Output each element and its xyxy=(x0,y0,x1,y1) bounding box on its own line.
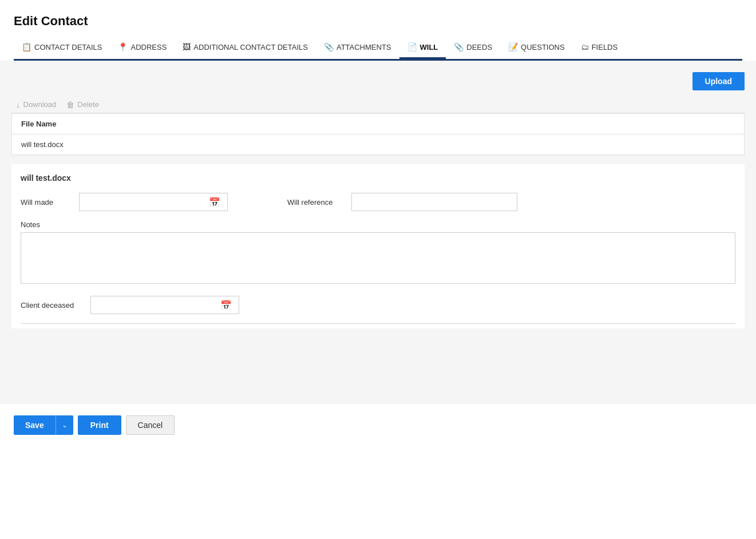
will-made-calendar-icon[interactable]: 📅 xyxy=(209,197,220,208)
download-icon: ↓ xyxy=(16,100,21,109)
section-divider xyxy=(21,323,735,324)
client-deceased-label: Client deceased xyxy=(21,301,84,310)
table-row[interactable]: will test.docx xyxy=(12,134,744,154)
attachments-icon: 📎 xyxy=(324,42,334,51)
tab-fields-label: FIELDS xyxy=(592,43,618,51)
will-made-field: Will made 📅 xyxy=(21,193,228,211)
tab-deeds-label: DEEDS xyxy=(466,43,492,51)
chevron-down-icon: ⌄ xyxy=(62,421,68,429)
download-label: Download xyxy=(23,100,57,109)
address-icon: 📍 xyxy=(118,42,128,51)
client-deceased-date-wrapper[interactable]: 📅 xyxy=(90,296,239,314)
will-reference-field: Will reference xyxy=(287,193,517,211)
client-deceased-input[interactable] xyxy=(94,301,220,310)
will-fields-row: Will made 📅 Will reference xyxy=(21,193,735,211)
fields-icon: 🗂 xyxy=(581,42,589,51)
page-title: Edit Contact xyxy=(14,14,742,29)
notes-section: Notes xyxy=(21,220,735,286)
trash-icon: 🗑 xyxy=(66,100,74,109)
bottom-actions: Save ⌄ Print Cancel xyxy=(0,404,756,446)
tab-will[interactable]: 📄 WILL xyxy=(399,38,446,59)
file-name-column-header: File Name xyxy=(21,120,56,128)
tab-address-label: ADDRESS xyxy=(130,43,167,51)
will-reference-label: Will reference xyxy=(287,198,345,207)
tab-questions-label: QUESTIONS xyxy=(521,43,565,51)
selected-file-name: will test.docx xyxy=(21,173,735,183)
tab-will-label: WILL xyxy=(420,43,438,51)
contact-details-icon: 📋 xyxy=(22,42,31,51)
delete-button[interactable]: 🗑 Delete xyxy=(66,100,99,109)
tabs-bar: 📋 CONTACT DETAILS 📍 ADDRESS 🖼 ADDITIONAL… xyxy=(14,38,742,59)
selected-file-section: will test.docx Will made 📅 Will referenc… xyxy=(11,164,745,328)
tab-contact-details[interactable]: 📋 CONTACT DETAILS xyxy=(14,38,110,59)
client-deceased-field: Client deceased 📅 xyxy=(21,296,735,314)
questions-icon: 📝 xyxy=(508,42,518,51)
tab-additional-contact-details-label: ADDITIONAL CONTACT DETAILS xyxy=(193,43,308,51)
delete-label: Delete xyxy=(77,100,99,109)
content-area: Upload ↓ Download 🗑 Delete File Name wil… xyxy=(0,61,756,404)
will-reference-input[interactable] xyxy=(351,193,517,211)
save-dropdown-button[interactable]: ⌄ xyxy=(56,415,73,435)
notes-textarea[interactable] xyxy=(21,232,735,284)
upload-button[interactable]: Upload xyxy=(692,72,745,90)
tab-additional-contact-details[interactable]: 🖼 ADDITIONAL CONTACT DETAILS xyxy=(175,38,316,59)
file-table-header: File Name xyxy=(12,114,744,134)
notes-label: Notes xyxy=(21,220,735,229)
tab-attachments-label: ATTACHMENTS xyxy=(337,43,391,51)
print-button[interactable]: Print xyxy=(78,415,121,435)
deeds-icon: 📎 xyxy=(454,42,464,51)
file-table: File Name will test.docx xyxy=(11,113,745,155)
client-deceased-calendar-icon[interactable]: 📅 xyxy=(220,300,232,311)
download-button[interactable]: ↓ Download xyxy=(16,100,56,109)
save-button-group: Save ⌄ xyxy=(14,415,73,435)
will-made-date-wrapper[interactable]: 📅 xyxy=(79,193,228,211)
file-toolbar: ↓ Download 🗑 Delete xyxy=(11,96,745,113)
tab-contact-details-label: CONTACT DETAILS xyxy=(34,43,102,51)
tab-deeds[interactable]: 📎 DEEDS xyxy=(446,38,500,59)
file-name-cell: will test.docx xyxy=(21,140,64,149)
will-icon: 📄 xyxy=(407,42,417,51)
additional-contact-details-icon: 🖼 xyxy=(183,42,191,51)
tab-fields[interactable]: 🗂 FIELDS xyxy=(573,38,626,59)
cancel-button[interactable]: Cancel xyxy=(126,415,175,435)
save-button[interactable]: Save xyxy=(14,415,56,435)
tab-attachments[interactable]: 📎 ATTACHMENTS xyxy=(316,38,399,59)
will-made-label: Will made xyxy=(21,198,72,207)
tab-questions[interactable]: 📝 QUESTIONS xyxy=(500,38,573,59)
upload-bar: Upload xyxy=(11,68,745,96)
tab-address[interactable]: 📍 ADDRESS xyxy=(110,38,175,59)
will-made-input[interactable] xyxy=(83,198,209,207)
